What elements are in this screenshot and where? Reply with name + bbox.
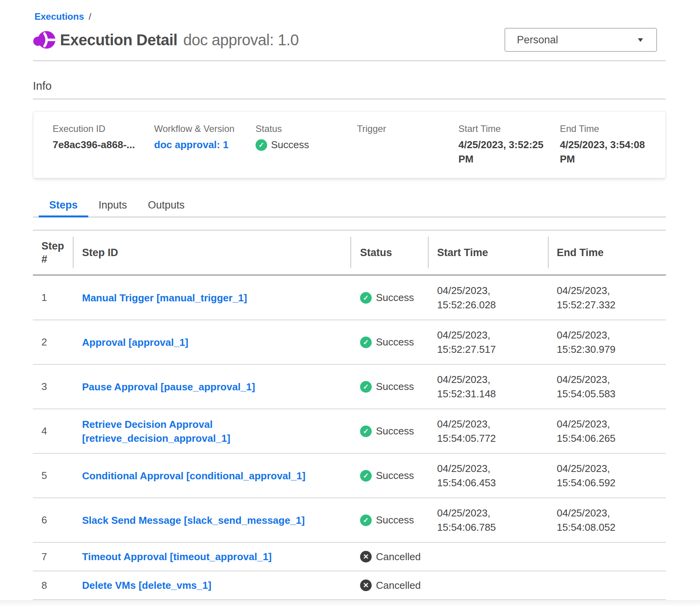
- col-header-step-num: Step #: [33, 231, 73, 274]
- table-row: 1 Manual Trigger [manual_trigger_1] ✓ Su…: [33, 276, 666, 320]
- step-id-link[interactable]: Conditional Approval [conditional_approv…: [82, 469, 305, 483]
- end-clock: 15:54:06.265: [557, 431, 666, 446]
- steps-table-header: Step # Step ID Status Start Time End Tim…: [33, 230, 666, 276]
- success-check-icon: ✓: [360, 381, 372, 393]
- title-row: Execution Detail doc approval: 1.0 Perso…: [33, 26, 666, 53]
- status-cell: ✓ Success: [350, 470, 428, 482]
- table-row: 2 Approval [approval_1] ✓ Success 04/25/…: [33, 320, 666, 365]
- start-time-cell: 04/25/2023, 15:54:05.772: [428, 417, 548, 446]
- start-clock: 15:54:06.453: [437, 476, 548, 490]
- start-clock: 15:54:06.785: [437, 520, 548, 535]
- col-header-step-id: Step ID: [73, 231, 350, 274]
- step-number: 4: [33, 425, 73, 437]
- start-date: 04/25/2023,: [437, 284, 548, 298]
- end-clock: 15:54:05.583: [557, 387, 666, 401]
- page-subtitle: doc approval: 1.0: [183, 31, 299, 49]
- title-divider: [33, 60, 666, 61]
- info-field-trigger: Trigger: [357, 123, 458, 166]
- steps-table: Step # Step ID Status Start Time End Tim…: [33, 230, 666, 600]
- col-header-end-time: End Time: [548, 231, 666, 274]
- start-date: 04/25/2023,: [437, 373, 548, 387]
- start-clock: 15:52:27.517: [437, 342, 548, 357]
- tab-inputs[interactable]: Inputs: [88, 196, 138, 217]
- info-card: Execution ID 7e8ac396-a868-... Workflow …: [33, 111, 666, 178]
- info-section-title: Info: [33, 80, 666, 92]
- breadcrumb-executions-link[interactable]: Executions: [34, 11, 84, 22]
- end-date: 04/25/2023,: [557, 328, 666, 342]
- workflow-version-link[interactable]: doc approval: 1: [154, 139, 228, 150]
- table-row: 5 Conditional Approval [conditional_appr…: [33, 454, 666, 498]
- success-check-icon: ✓: [360, 515, 372, 526]
- field-label: Execution ID: [53, 123, 146, 135]
- workflow-app-icon: [33, 29, 55, 51]
- end-clock: 15:52:30.979: [557, 342, 666, 357]
- cancelled-x-icon: ✕: [360, 551, 372, 562]
- step-id-link[interactable]: Approval [approval_1]: [82, 335, 189, 349]
- step-number: 3: [33, 381, 73, 393]
- status-cell: ✕ Cancelled: [350, 551, 428, 563]
- info-field-status: Status ✓ Success: [256, 123, 357, 166]
- cancelled-x-icon: ✕: [360, 580, 372, 591]
- status-text: Cancelled: [376, 580, 421, 591]
- start-date: 04/25/2023,: [437, 328, 548, 342]
- step-id-link[interactable]: Timeout Approval [timeout_approval_1]: [82, 550, 272, 564]
- page-content: Executions / Execution Detail doc approv…: [33, 0, 666, 600]
- tab-steps[interactable]: Steps: [39, 196, 88, 217]
- end-date: 04/25/2023,: [557, 506, 666, 520]
- start-date: 04/25/2023,: [437, 462, 548, 476]
- status-cell: ✓ Success: [350, 425, 428, 437]
- table-row: 8 Delete VMs [delete_vms_1] ✕ Cancelled: [33, 571, 666, 600]
- step-number: 6: [33, 514, 73, 526]
- start-time-cell: 04/25/2023, 15:52:31.148: [428, 373, 548, 401]
- end-clock: 15:54:08.052: [557, 520, 666, 535]
- status-cell: ✕ Cancelled: [350, 580, 428, 591]
- table-row: 3 Pause Approval [pause_approval_1] ✓ Su…: [33, 365, 666, 409]
- start-clock: 15:52:26.028: [437, 298, 548, 312]
- steps-table-body: 1 Manual Trigger [manual_trigger_1] ✓ Su…: [33, 276, 666, 600]
- success-check-icon: ✓: [256, 139, 267, 151]
- tab-outputs[interactable]: Outputs: [137, 196, 195, 217]
- page-bottom-strip: [0, 600, 700, 605]
- start-clock: 15:52:31.148: [437, 387, 548, 401]
- field-label: Workflow & Version: [154, 123, 247, 135]
- status-cell: ✓ Success: [350, 336, 428, 348]
- step-id-link[interactable]: Pause Approval [pause_approval_1]: [82, 380, 255, 394]
- status-cell: ✓ Success: [350, 292, 428, 304]
- breadcrumb-separator: /: [89, 11, 91, 22]
- end-date: 04/25/2023,: [557, 462, 666, 476]
- step-number: 8: [33, 580, 73, 591]
- step-number: 1: [33, 292, 73, 304]
- scope-dropdown[interactable]: Personal ▼: [504, 28, 657, 52]
- info-field-workflow-version: Workflow & Version doc approval: 1: [154, 123, 256, 166]
- col-header-status: Status: [350, 231, 428, 274]
- status-text: Success: [376, 336, 414, 348]
- step-number: 7: [33, 551, 73, 563]
- detail-tabs: Steps Inputs Outputs: [33, 196, 666, 217]
- execution-id-value: 7e8ac396-a868-...: [53, 138, 146, 152]
- end-date: 04/25/2023,: [557, 284, 666, 298]
- step-number: 2: [33, 336, 73, 348]
- info-field-end-time: End Time 4/25/2023, 3:54:08 PM: [560, 123, 661, 166]
- step-number: 5: [33, 470, 73, 482]
- end-date: 04/25/2023,: [557, 417, 666, 431]
- info-divider: [33, 99, 666, 99]
- step-id-link[interactable]: Retrieve Decision Approval [retrieve_dec…: [82, 417, 350, 445]
- start-time-value: 4/25/2023, 3:52:25 PM: [458, 138, 544, 166]
- start-time-cell: 04/25/2023, 15:54:06.453: [428, 462, 548, 490]
- field-label: Trigger: [357, 123, 450, 135]
- field-label: Status: [256, 123, 348, 135]
- start-date: 04/25/2023,: [437, 417, 548, 431]
- end-time-cell: 04/25/2023, 15:52:27.332: [548, 284, 666, 312]
- end-time-cell: 04/25/2023, 15:54:06.265: [548, 417, 666, 446]
- col-header-start-time: Start Time: [428, 231, 548, 274]
- status-value: Success: [271, 138, 309, 152]
- end-date: 04/25/2023,: [557, 373, 666, 387]
- end-clock: 15:54:06.592: [557, 476, 666, 490]
- step-id-link[interactable]: Slack Send Message [slack_send_message_1…: [82, 513, 305, 527]
- start-time-cell: 04/25/2023, 15:52:27.517: [428, 328, 548, 357]
- step-id-link[interactable]: Delete VMs [delete_vms_1]: [82, 578, 211, 592]
- status-text: Success: [376, 514, 414, 526]
- table-row: 6 Slack Send Message [slack_send_message…: [33, 498, 666, 543]
- info-field-execution-id: Execution ID 7e8ac396-a868-...: [53, 123, 154, 166]
- step-id-link[interactable]: Manual Trigger [manual_trigger_1]: [82, 291, 247, 305]
